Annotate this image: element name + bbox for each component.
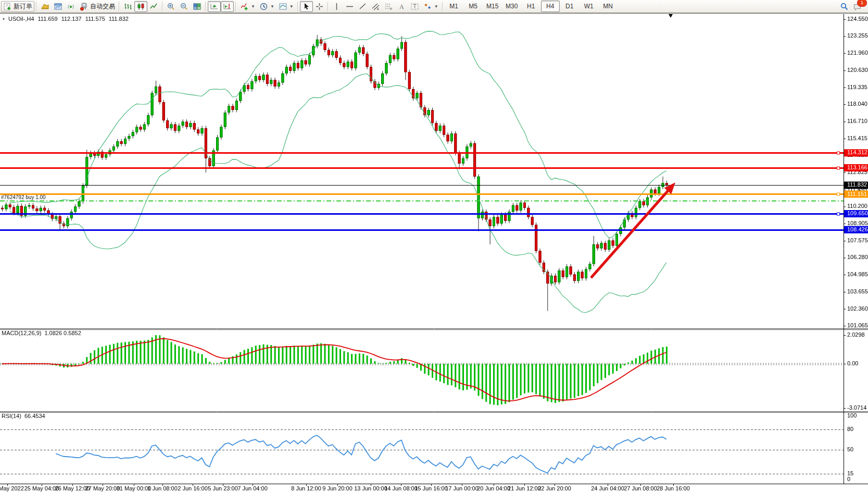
templates-icon: [279, 2, 287, 11]
tab-timeframe-H4[interactable]: H4: [541, 1, 560, 12]
search-button[interactable]: [838, 1, 851, 12]
candlestick-chart-icon: [136, 2, 145, 11]
toolbar-separator: [162, 2, 163, 11]
vertical-line-button[interactable]: [330, 1, 343, 12]
mt4-window: 新订单 自动交易: [0, 0, 868, 492]
toolbar-separator: [205, 2, 206, 11]
toolbar-separator: [442, 2, 443, 11]
new-order-label: 新订单: [14, 2, 32, 11]
tab-timeframe-M5[interactable]: M5: [464, 1, 483, 12]
autotrading-icon: [80, 2, 89, 11]
rsi-indicator-label: RSI(14) 66.4534: [2, 413, 45, 419]
tab-timeframe-MN[interactable]: MN: [599, 1, 618, 12]
chart-title: ▾ USOil-,H4 111.659 112.137 111.575 111.…: [3, 16, 129, 22]
toolbar-separator: [297, 2, 298, 11]
rsi-value: 66.4534: [24, 413, 45, 419]
trendline-button[interactable]: [356, 1, 369, 12]
text-button[interactable]: A: [395, 1, 408, 12]
arrows-shapes-icon: [423, 2, 432, 11]
navigator-icon: [54, 2, 62, 11]
market-watch-icon: [41, 2, 49, 11]
toolbar-separator: [235, 2, 236, 11]
chevron-down-icon: ▼: [434, 4, 438, 9]
bar-chart-icon: [123, 2, 132, 11]
timeframe-toolbar: M1M5M15M30H1H4D1W1MN: [445, 1, 618, 12]
vertical-line-icon: [332, 2, 341, 11]
tab-timeframe-H1[interactable]: H1: [522, 1, 540, 12]
rsi-panel-divider[interactable]: [0, 410, 868, 413]
horizontal-line-button[interactable]: [343, 1, 356, 12]
line-chart-icon: [149, 2, 158, 11]
indicators-icon: [240, 2, 249, 11]
tile-windows-icon: [193, 2, 202, 11]
tab-timeframe-W1[interactable]: W1: [580, 1, 598, 12]
fibonacci-icon: F: [384, 2, 393, 11]
svg-text:T: T: [413, 4, 416, 9]
main-toolbar: 新订单 自动交易: [0, 0, 868, 13]
horizontal-line-icon: [345, 2, 354, 11]
svg-text:E: E: [377, 7, 379, 10]
symbol-marker-icon: ▾: [3, 17, 5, 21]
notifications-container: 1: [851, 1, 864, 12]
zoom-in-icon: [167, 2, 175, 11]
ohlc-low: 111.575: [85, 16, 105, 22]
toolbar-separator: [36, 2, 37, 11]
toolbar-separator: [119, 2, 120, 11]
rsi-name: RSI(14): [2, 413, 21, 419]
line-chart-button[interactable]: [147, 1, 160, 12]
signals-button[interactable]: [65, 1, 78, 12]
tab-timeframe-M1[interactable]: M1: [445, 1, 463, 12]
equidistant-channel-button[interactable]: E: [369, 1, 382, 12]
text-label-icon: T: [410, 2, 419, 11]
navigator-button[interactable]: [52, 1, 65, 12]
auto-scroll-icon: [210, 2, 219, 11]
templates-button[interactable]: ▼: [276, 1, 296, 12]
trendline-icon: [358, 2, 367, 11]
order-line-label: #7624792 buy 1.00: [1, 194, 46, 200]
crosshair-icon: [315, 2, 324, 11]
ohlc-high: 112.137: [61, 16, 82, 22]
chart-shift-button[interactable]: [221, 1, 234, 12]
macd-panel-divider[interactable]: [0, 327, 868, 330]
crosshair-button[interactable]: [313, 1, 326, 12]
bar-chart-button[interactable]: [121, 1, 134, 12]
macd-indicator-label: MACD(12,26,9) 1.0826 0.5852: [2, 330, 81, 336]
new-order-icon: [3, 2, 12, 11]
text-label-button[interactable]: T: [408, 1, 421, 12]
macd-name: MACD(12,26,9): [2, 330, 41, 336]
fibonacci-button[interactable]: F: [382, 1, 395, 12]
tab-timeframe-D1[interactable]: D1: [560, 1, 579, 12]
chevron-down-icon: ▼: [290, 4, 294, 9]
chart-shift-icon: [223, 2, 232, 11]
market-watch-button[interactable]: [39, 1, 52, 12]
svg-text:A: A: [399, 3, 404, 10]
equidistant-channel-icon: E: [371, 2, 380, 11]
periods-button[interactable]: ▼: [257, 1, 276, 12]
symbol-timeframe-label: USOil-,H4: [8, 16, 34, 22]
toolbar-separator: [328, 2, 329, 11]
notification-count-badge[interactable]: 1: [857, 0, 867, 7]
signals-icon: [67, 2, 76, 11]
tab-timeframe-M15[interactable]: M15: [483, 1, 502, 12]
candlestick-chart-button[interactable]: [134, 1, 147, 12]
tab-timeframe-M30[interactable]: M30: [502, 1, 521, 12]
chevron-down-icon: ▼: [251, 4, 255, 9]
tile-windows-button[interactable]: [191, 1, 204, 12]
macd-values: 1.0826 0.5852: [44, 330, 81, 336]
auto-scroll-button[interactable]: [208, 1, 221, 12]
autotrading-button[interactable]: 自动交易: [78, 1, 117, 12]
search-icon: [840, 2, 849, 11]
periods-clock-icon: [259, 2, 268, 11]
chevron-down-icon: ▼: [270, 4, 274, 9]
svg-text:F: F: [390, 7, 392, 10]
zoom-out-button[interactable]: [178, 1, 191, 12]
new-order-button[interactable]: 新订单: [1, 1, 34, 12]
zoom-out-icon: [180, 2, 188, 11]
price-chart-canvas[interactable]: [0, 0, 868, 492]
indicators-button[interactable]: ▼: [238, 1, 257, 12]
ohlc-open: 111.659: [38, 16, 58, 22]
cursor-button[interactable]: [300, 1, 313, 12]
arrows-button[interactable]: ▼: [421, 1, 441, 12]
ohlc-close: 111.832: [109, 16, 129, 22]
zoom-in-button[interactable]: [165, 1, 178, 12]
